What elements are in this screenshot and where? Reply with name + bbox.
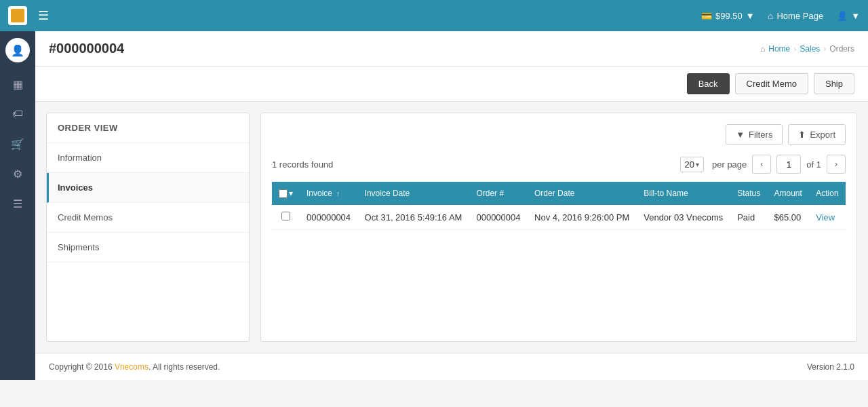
row-checkbox[interactable] [281, 212, 290, 220]
table-toolbar: ▼ Filters ⬆ Export [272, 124, 846, 145]
nav-item-information: Information [47, 143, 249, 173]
home-breadcrumb-icon: ⌂ [760, 44, 765, 54]
row-status: Paid [730, 205, 767, 230]
breadcrumb-sep-1: › [793, 44, 796, 54]
order-nav-menu: Information Invoices Credit Memos Shipme… [47, 143, 249, 263]
sidebar: 👤 ▦ 🏷 🛒 ⚙ ☰ [0, 31, 35, 380]
nav-link-invoices[interactable]: Invoices [49, 173, 249, 202]
sidebar-item-catalog[interactable]: 🏷 [4, 100, 31, 128]
credit-card-icon: 💳 [701, 11, 712, 21]
row-invoice-date: Oct 31, 2016 5:49:16 AM [358, 205, 470, 230]
select-all-caret-icon[interactable]: ▾ [289, 189, 293, 198]
nav-item-invoices: Invoices [47, 173, 249, 203]
row-action: View [809, 205, 846, 230]
sidebar-item-modules[interactable]: ⚙ [4, 160, 31, 187]
footer-rights: . All rights reserved. [149, 362, 220, 372]
table-row: 000000004 Oct 31, 2016 5:49:16 AM 000000… [272, 205, 846, 230]
export-label: Export [810, 130, 835, 140]
sidebar-item-dashboard[interactable]: ▦ [4, 71, 31, 98]
per-page-label: per page [712, 159, 747, 170]
nav-link-shipments[interactable]: Shipments [47, 233, 249, 262]
sidebar-item-settings[interactable]: ☰ [4, 190, 31, 217]
footer-copyright: Copyright © 2016 Vnecoms. All rights res… [49, 362, 220, 372]
action-bar: Back Credit Memo Ship [35, 66, 868, 102]
footer-brand-link[interactable]: Vnecoms [115, 362, 149, 372]
breadcrumb-home[interactable]: Home [768, 44, 790, 54]
th-bill-to-name: Bill-to Name [637, 182, 730, 205]
nav-link-credit-memos[interactable]: Credit Memos [47, 203, 249, 232]
breadcrumb-orders: Orders [829, 44, 854, 54]
th-order-date: Order Date [528, 182, 637, 205]
page-of-label: of 1 [806, 159, 821, 170]
th-action: Action [809, 182, 846, 205]
records-found: 1 records found [272, 159, 675, 170]
back-button[interactable]: Back [687, 73, 730, 94]
version-number: 2.1.0 [836, 362, 854, 372]
nav-link-information[interactable]: Information [47, 143, 249, 172]
export-icon: ⬆ [798, 130, 806, 140]
user-menu[interactable]: 👤 ▼ [837, 11, 860, 21]
ship-button[interactable]: Ship [814, 73, 854, 94]
copyright-text: Copyright © 2016 [49, 362, 115, 372]
page-input[interactable] [776, 155, 801, 174]
filters-button[interactable]: ▼ Filters [726, 124, 783, 145]
row-check-cell [272, 205, 300, 230]
sort-arrow-icon: ↑ [336, 190, 340, 197]
breadcrumb-sep-2: › [823, 44, 826, 54]
homepage-link[interactable]: ⌂ Home Page [768, 11, 824, 21]
th-invoice-date: Invoice Date [358, 182, 470, 205]
view-link[interactable]: View [816, 212, 835, 222]
row-order-num: 000000004 [469, 205, 528, 230]
balance-link[interactable]: 💳 $99.50 ▼ [701, 11, 755, 21]
layout: 👤 ▦ 🏷 🛒 ⚙ ☰ #000000004 ⌂ Home › Sales › … [0, 31, 868, 380]
export-button[interactable]: ⬆ Export [788, 124, 846, 145]
balance-value: $99.50 [715, 11, 743, 21]
filters-label: Filters [749, 130, 772, 140]
page-next-button[interactable]: › [827, 155, 846, 174]
order-view-title: ORDER VIEW [47, 113, 249, 143]
page-title: #000000004 [49, 41, 124, 56]
balance-caret-icon: ▼ [746, 11, 755, 21]
th-check: ▾ [272, 182, 300, 205]
hamburger-icon[interactable]: ☰ [38, 8, 49, 23]
th-invoice[interactable]: Invoice ↑ [300, 182, 358, 205]
user-caret-icon: ▼ [851, 11, 860, 21]
breadcrumb-sales[interactable]: Sales [800, 44, 820, 54]
pagination-row: 1 records found 20 ▾ per page ‹ of 1 › [272, 155, 846, 174]
per-page-select-wrap[interactable]: 20 ▾ [680, 157, 704, 172]
logo-icon[interactable] [8, 6, 27, 25]
footer: Copyright © 2016 Vnecoms. All rights res… [35, 353, 868, 380]
credit-memo-button[interactable]: Credit Memo [735, 73, 808, 94]
th-order-num: Order # [469, 182, 528, 205]
user-icon: 👤 [837, 11, 848, 21]
footer-version: Version 2.1.0 [807, 362, 854, 372]
breadcrumb: ⌂ Home › Sales › Orders [760, 44, 854, 54]
nav-item-credit-memos: Credit Memos [47, 203, 249, 233]
homepage-label: Home Page [776, 11, 823, 21]
per-page-caret-icon: ▾ [696, 161, 699, 168]
sidebar-item-cart[interactable]: 🛒 [4, 130, 31, 157]
page-prev-button[interactable]: ‹ [752, 155, 771, 174]
content-area: ORDER VIEW Information Invoices Credit M… [35, 102, 868, 353]
row-bill-to-name: Vendor 03 Vnecoms [637, 205, 730, 230]
home-icon: ⌂ [768, 11, 774, 21]
main-content: #000000004 ⌂ Home › Sales › Orders Back … [35, 31, 868, 380]
left-panel: ORDER VIEW Information Invoices Credit M… [46, 113, 250, 342]
page-header: #000000004 ⌂ Home › Sales › Orders [35, 31, 868, 66]
nav-item-shipments: Shipments [47, 233, 249, 263]
th-amount: Amount [768, 182, 810, 205]
per-page-value: 20 [685, 159, 694, 170]
row-amount: $65.00 [768, 205, 810, 230]
row-invoice: 000000004 [300, 205, 358, 230]
th-status: Status [730, 182, 767, 205]
avatar[interactable]: 👤 [5, 38, 30, 62]
right-panel: ▼ Filters ⬆ Export 1 records found 20 ▾ [260, 113, 857, 342]
select-all-checkbox[interactable] [279, 189, 288, 198]
version-label: Version [807, 362, 834, 372]
top-nav: ☰ 💳 $99.50 ▼ ⌂ Home Page 👤 ▼ [0, 0, 868, 31]
invoices-table: ▾ Invoice ↑ Invoice Date Order # Order D… [272, 182, 846, 230]
row-order-date: Nov 4, 2016 9:26:00 PM [528, 205, 637, 230]
filter-icon: ▼ [736, 130, 745, 140]
